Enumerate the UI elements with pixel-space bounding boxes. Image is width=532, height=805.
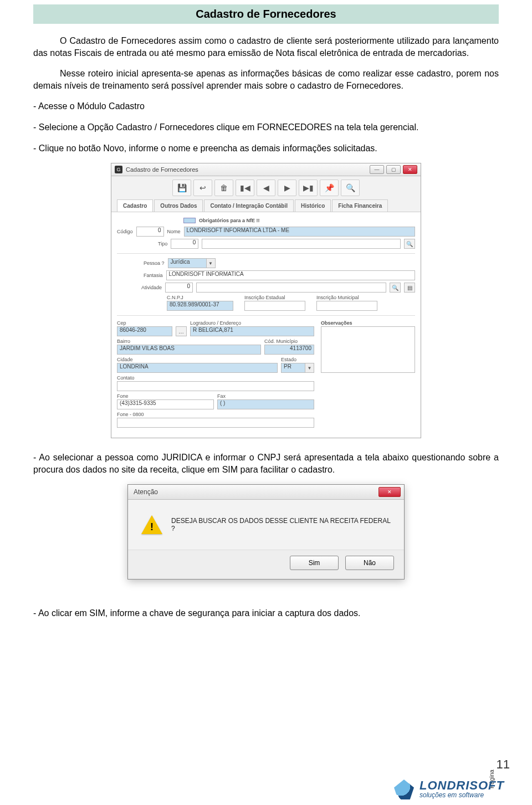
label-cod-municipio: Cód. Município — [264, 339, 314, 344]
label-contato: Contato — [117, 375, 314, 381]
fone0800-field[interactable] — [117, 418, 314, 428]
estado-dropdown-icon[interactable]: ▼ — [305, 363, 314, 373]
nfe-color-swatch — [183, 218, 196, 223]
label-estado: Estado — [281, 357, 314, 362]
paragraph: - Ao clicar em SIM, informe a chave de s… — [33, 607, 499, 619]
estado-field[interactable]: PR — [281, 363, 305, 373]
cnpj-field[interactable]: 80.928.989/0001-37 — [167, 301, 233, 311]
paragraph: - Ao selecionar a pessoa como JURIDICA e… — [33, 452, 499, 475]
dialog-close-button[interactable]: ✕ — [378, 487, 401, 497]
label-nome: Nome — [167, 229, 181, 234]
paragraph: - Selecione a Opção Cadastro / Fornecedo… — [33, 121, 499, 134]
search-icon[interactable]: 🔍 — [341, 180, 360, 196]
page-title: Cadastro de Fornecedores — [33, 4, 499, 24]
save-icon[interactable]: 💾 — [172, 180, 191, 196]
toolbar: 💾 ↩ 🗑 ▮◀ ◀ ▶ ▶▮ 📌 🔍 — [111, 176, 421, 199]
window-titlebar: G Cadastro de Fornecedores — ▢ ✕ — [111, 163, 421, 176]
logradouro-field[interactable]: R BELGICA,871 — [190, 326, 314, 336]
contato-field[interactable] — [117, 381, 314, 391]
article-body-3: - Ao clicar em SIM, informe a chave de s… — [33, 607, 499, 619]
im-field[interactable] — [316, 301, 377, 311]
label-atividade: Atividade — [141, 285, 162, 290]
tipo-search-icon[interactable]: 🔍 — [404, 239, 415, 249]
article-body: O Cadastro de Fornecedores assim como o … — [33, 35, 499, 154]
pessoa-dropdown-icon[interactable]: ▼ — [207, 258, 216, 268]
atividade-edit-icon[interactable]: ▤ — [404, 283, 415, 293]
brand-name: LONDRISOFT — [420, 780, 504, 791]
label-im: Inscrição Municipal — [316, 295, 377, 300]
tab-historico[interactable]: Histórico — [295, 199, 331, 212]
tab-ficha-financeira[interactable]: Ficha Financeira — [332, 199, 388, 212]
label-fantasia: Fantasia — [144, 273, 163, 278]
label-codigo: Código — [117, 229, 133, 234]
prev-record-icon[interactable]: ◀ — [257, 180, 275, 196]
close-button[interactable]: ✕ — [403, 165, 417, 174]
fax-field[interactable]: ( ) — [217, 399, 314, 409]
nfe-required-hint: Obrigatórios para a NfE !! — [183, 218, 415, 223]
label-pessoa: Pessoa ? — [144, 260, 165, 266]
no-button[interactable]: Não — [345, 556, 394, 570]
supplier-form-window: G Cadastro de Fornecedores — ▢ ✕ 💾 ↩ 🗑 ▮… — [111, 163, 421, 438]
atividade-search-icon[interactable]: 🔍 — [390, 283, 401, 293]
fantasia-field[interactable]: LONDRISOFT INFORMATICA — [166, 270, 415, 280]
label-cnpj: C.N.P.J — [167, 295, 233, 300]
label-fone0800: Fone - 0800 — [117, 412, 314, 417]
paragraph: - Clique no botão Novo, informe o nome e… — [33, 142, 499, 155]
window-title: Cadastro de Fornecedores — [126, 166, 198, 173]
tab-strip: Cadastro Outros Dados Contato / Integraç… — [111, 199, 421, 212]
form-body: Obrigatórios para a NfE !! Código 0 Nome… — [111, 212, 421, 438]
atividade-field[interactable]: 0 — [165, 283, 193, 293]
label-cep: Cep — [117, 320, 172, 326]
article-body-2: - Ao selecionar a pessoa como JURIDICA e… — [33, 452, 499, 475]
paragraph: - Acesse o Módulo Cadastro — [33, 100, 499, 112]
nome-field[interactable]: LONDRISOFT INFORMATICA LTDA - ME — [184, 227, 415, 237]
dialog-titlebar: Atenção ✕ — [128, 485, 404, 500]
tipo-field[interactable]: 0 — [171, 239, 198, 249]
warning-icon: ! — [141, 515, 162, 534]
bairro-field[interactable]: JARDIM VILAS BOAS — [117, 345, 261, 355]
label-logradouro: Logradouro / Endereço — [190, 320, 314, 326]
last-record-icon[interactable]: ▶▮ — [299, 180, 318, 196]
paragraph: Nesse roteiro inicial apresenta-se apena… — [33, 68, 499, 91]
delete-icon[interactable]: 🗑 — [214, 180, 233, 196]
dialog-title: Atenção — [134, 488, 158, 496]
atividade-desc-field[interactable] — [196, 283, 386, 293]
codigo-field[interactable]: 0 — [136, 227, 164, 237]
cep-lookup-icon[interactable]: … — [176, 326, 187, 336]
app-icon: G — [115, 166, 122, 173]
label-tipo: Tipo — [158, 241, 167, 247]
fone-field[interactable]: (43)3315-9335 — [117, 399, 214, 409]
first-record-icon[interactable]: ▮◀ — [236, 180, 254, 196]
brand-logo-icon — [394, 780, 414, 799]
dialog-message: DESEJA BUSCAR OS DADOS DESSE CLIENTE NA … — [171, 517, 391, 532]
confirm-dialog: Atenção ✕ ! DESEJA BUSCAR OS DADOS DESSE… — [127, 484, 405, 580]
label-fone: Fone — [117, 393, 214, 399]
paragraph: O Cadastro de Fornecedores assim como o … — [33, 35, 499, 59]
tab-contato[interactable]: Contato / Integração Contábil — [204, 199, 293, 212]
cidade-field[interactable]: LONDRINA — [117, 363, 278, 373]
tipo-desc-field[interactable] — [202, 239, 401, 249]
label-fax: Fax — [217, 393, 314, 399]
label-cidade: Cidade — [117, 357, 278, 362]
next-record-icon[interactable]: ▶ — [278, 180, 296, 196]
observacoes-field[interactable] — [321, 326, 415, 373]
label-observacoes: Observações — [321, 320, 415, 326]
cod-municipio-field[interactable]: 4113700 — [264, 345, 314, 355]
tab-outros-dados[interactable]: Outros Dados — [154, 199, 203, 212]
cep-field[interactable]: 86046-280 — [117, 326, 172, 336]
label-ie: Inscrição Estadual — [244, 295, 305, 300]
pin-icon[interactable]: 📌 — [320, 180, 339, 196]
minimize-button[interactable]: — — [370, 165, 384, 174]
label-bairro: Bairro — [117, 339, 261, 344]
ie-field[interactable] — [244, 301, 305, 311]
tab-cadastro[interactable]: Cadastro — [117, 199, 153, 212]
maximize-button[interactable]: ▢ — [386, 165, 401, 174]
undo-icon[interactable]: ↩ — [193, 180, 212, 196]
page-number: Página11 — [476, 757, 510, 772]
brand-footer: LONDRISOFT soluções em software — [394, 780, 504, 799]
yes-button[interactable]: Sim — [290, 556, 339, 570]
pessoa-field[interactable]: Jurídica — [168, 258, 207, 268]
